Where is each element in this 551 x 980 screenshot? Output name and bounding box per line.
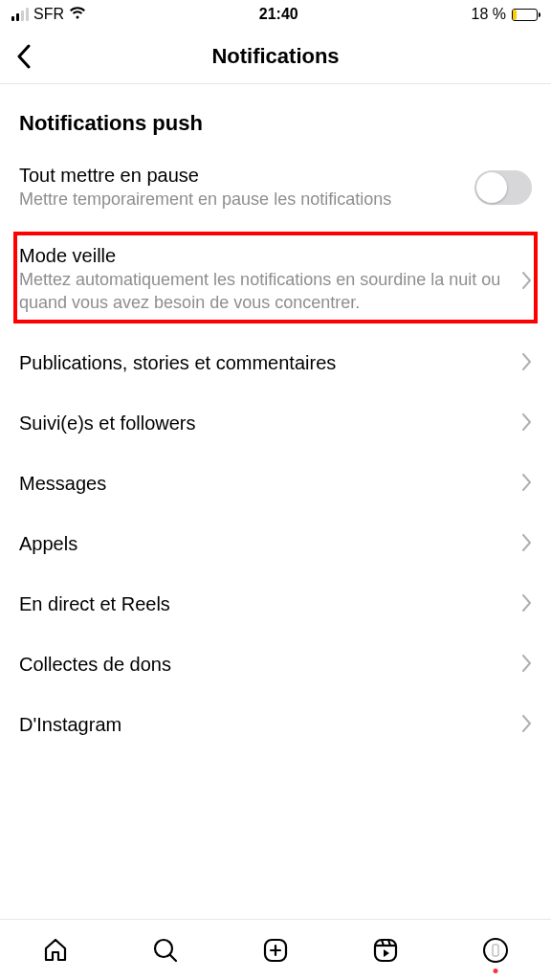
home-icon bbox=[42, 937, 69, 964]
tab-create[interactable] bbox=[256, 931, 295, 969]
chevron-right-icon bbox=[522, 272, 532, 293]
tab-profile[interactable] bbox=[476, 931, 515, 969]
link-from-ig[interactable]: D'Instagram bbox=[19, 695, 532, 755]
pause-all-toggle[interactable] bbox=[474, 170, 532, 205]
link-calls[interactable]: Appels bbox=[19, 514, 532, 574]
tab-search[interactable] bbox=[146, 931, 185, 969]
chevron-right-icon bbox=[522, 474, 532, 495]
link-posts-label: Publications, stories et commentaires bbox=[19, 352, 336, 374]
highlight-annotation: Mode veille Mettez automatiquement les n… bbox=[13, 232, 538, 323]
link-posts[interactable]: Publications, stories et commentaires bbox=[19, 333, 532, 393]
back-button[interactable] bbox=[0, 29, 48, 83]
carrier-label: SFR bbox=[33, 6, 64, 23]
section-title: Notifications push bbox=[19, 111, 532, 136]
chevron-right-icon bbox=[522, 413, 532, 434]
tab-home[interactable] bbox=[36, 931, 75, 969]
svg-point-9 bbox=[484, 939, 507, 962]
status-bar: SFR 21:40 18 % bbox=[0, 0, 551, 29]
link-fundraisers-label: Collectes de dons bbox=[19, 654, 171, 676]
link-from-ig-label: D'Instagram bbox=[19, 714, 121, 736]
chevron-right-icon bbox=[522, 655, 532, 676]
status-right: 18 % bbox=[472, 6, 538, 23]
battery-pct: 18 % bbox=[472, 6, 506, 23]
chevron-right-icon bbox=[522, 353, 532, 374]
link-following[interactable]: Suivi(e)s et followers bbox=[19, 393, 532, 454]
reels-icon bbox=[372, 937, 399, 964]
link-following-label: Suivi(e)s et followers bbox=[19, 412, 196, 434]
chevron-right-icon bbox=[522, 594, 532, 615]
pause-all-text: Tout mettre en pause Mettre temporaireme… bbox=[19, 165, 474, 211]
link-calls-label: Appels bbox=[19, 533, 77, 555]
toggle-knob bbox=[476, 172, 507, 203]
svg-line-1 bbox=[170, 955, 176, 961]
pause-all-row: Tout mettre en pause Mettre temporaireme… bbox=[19, 155, 532, 232]
create-icon bbox=[262, 937, 289, 964]
quiet-mode-text: Mode veille Mettez automatiquement les n… bbox=[19, 245, 522, 314]
svg-rect-10 bbox=[493, 945, 498, 956]
svg-rect-5 bbox=[375, 940, 396, 961]
link-messages-label: Messages bbox=[19, 473, 106, 495]
status-left: SFR bbox=[11, 6, 86, 23]
page-title: Notifications bbox=[0, 44, 551, 69]
status-time: 21:40 bbox=[259, 6, 298, 23]
tab-reels[interactable] bbox=[366, 931, 405, 969]
link-messages[interactable]: Messages bbox=[19, 454, 532, 514]
search-icon bbox=[152, 937, 179, 964]
quiet-mode-row[interactable]: Mode veille Mettez automatiquement les n… bbox=[19, 241, 532, 314]
notification-dot-icon bbox=[494, 969, 498, 973]
pause-all-label: Tout mettre en pause bbox=[19, 165, 465, 187]
content: Notifications push Tout mettre en pause … bbox=[0, 84, 551, 755]
tab-bar bbox=[0, 919, 551, 980]
quiet-mode-label: Mode veille bbox=[19, 245, 513, 267]
chevron-left-icon bbox=[16, 44, 32, 69]
quiet-mode-desc: Mettez automatiquement les notifications… bbox=[19, 269, 513, 314]
nav-header: Notifications bbox=[0, 29, 551, 84]
link-live-label: En direct et Reels bbox=[19, 593, 170, 615]
pause-all-desc: Mettre temporairement en pause les notif… bbox=[19, 189, 465, 211]
signal-icon bbox=[11, 8, 29, 21]
link-fundraisers[interactable]: Collectes de dons bbox=[19, 635, 532, 695]
profile-icon bbox=[482, 937, 509, 964]
chevron-right-icon bbox=[522, 534, 532, 555]
wifi-icon bbox=[69, 6, 86, 23]
chevron-right-icon bbox=[522, 715, 532, 736]
link-live[interactable]: En direct et Reels bbox=[19, 574, 532, 635]
battery-icon bbox=[512, 9, 538, 21]
